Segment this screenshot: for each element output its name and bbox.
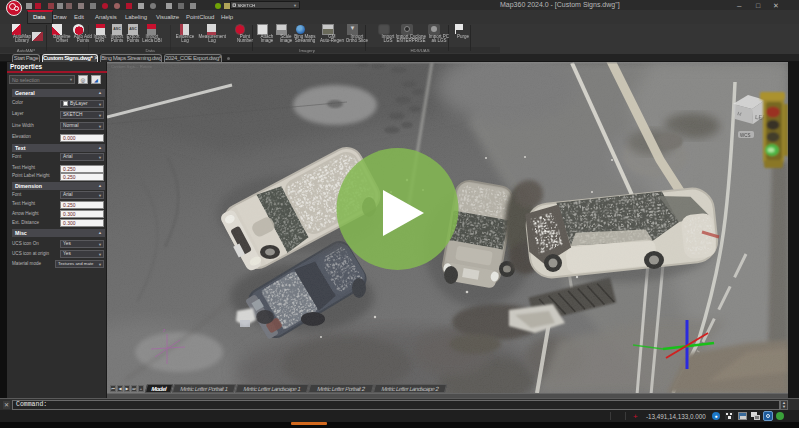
svg-text:Custom Sign... Rotate: Custom Sign... Rotate [111, 64, 153, 69]
svg-text:WCS: WCS [740, 133, 751, 138]
